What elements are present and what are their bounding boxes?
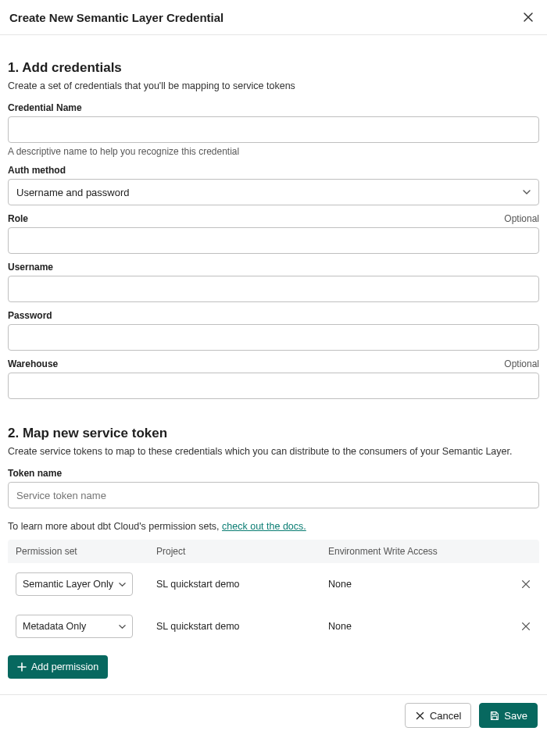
chevron-down-icon bbox=[119, 581, 126, 588]
close-icon bbox=[522, 11, 534, 23]
docs-prefix: To learn more about dbt Cloud's permissi… bbox=[8, 521, 222, 532]
auth-method-label: Auth method bbox=[8, 165, 66, 176]
dialog-title: Create New Semantic Layer Credential bbox=[9, 11, 223, 24]
permission-set-select[interactable]: Metadata Only bbox=[16, 615, 133, 638]
cancel-button[interactable]: Cancel bbox=[405, 703, 471, 728]
project-cell: SL quickstart demo bbox=[156, 621, 328, 632]
project-cell: SL quickstart demo bbox=[156, 579, 328, 590]
permission-table: Permission set Project Environment Write… bbox=[8, 540, 539, 647]
cancel-label: Cancel bbox=[430, 710, 461, 722]
close-icon bbox=[520, 621, 531, 632]
permission-table-head: Permission set Project Environment Write… bbox=[8, 540, 539, 563]
docs-link[interactable]: check out the docs. bbox=[222, 521, 306, 532]
credential-name-label: Credential Name bbox=[8, 102, 82, 113]
warehouse-label: Warehouse bbox=[8, 358, 58, 369]
auth-method-select[interactable]: Username and password bbox=[8, 179, 539, 205]
add-permission-label: Add permission bbox=[31, 662, 98, 672]
docs-line: To learn more about dbt Cloud's permissi… bbox=[8, 521, 539, 532]
permission-set-value: Semantic Layer Only bbox=[23, 579, 113, 590]
credential-name-input[interactable] bbox=[8, 116, 539, 143]
warehouse-field: Warehouse Optional bbox=[8, 358, 539, 399]
token-name-field: Token name bbox=[8, 468, 539, 508]
remove-row-button[interactable] bbox=[520, 621, 531, 632]
env-cell: None bbox=[328, 579, 500, 590]
close-button[interactable] bbox=[519, 8, 538, 27]
permission-set-value: Metadata Only bbox=[23, 621, 86, 632]
password-label: Password bbox=[8, 310, 52, 321]
password-input[interactable] bbox=[8, 324, 539, 351]
warehouse-input[interactable] bbox=[8, 373, 539, 399]
warehouse-optional: Optional bbox=[504, 358, 539, 369]
section2-title: 2. Map new service token bbox=[8, 426, 539, 441]
section1-title: 1. Add credentials bbox=[8, 60, 539, 76]
dialog-body: 1. Add credentials Create a set of crede… bbox=[0, 35, 547, 694]
token-name-input[interactable] bbox=[8, 482, 539, 508]
dialog: Create New Semantic Layer Credential 1. … bbox=[0, 0, 547, 736]
password-field: Password bbox=[8, 310, 539, 351]
save-label: Save bbox=[504, 710, 527, 722]
save-icon bbox=[489, 711, 499, 721]
role-optional: Optional bbox=[504, 213, 539, 224]
plus-icon bbox=[17, 662, 27, 672]
add-permission-button[interactable]: Add permission bbox=[8, 655, 108, 679]
table-row: Semantic Layer Only SL quickstart demo N… bbox=[8, 563, 539, 605]
env-cell: None bbox=[328, 621, 500, 632]
role-label: Role bbox=[8, 213, 28, 224]
remove-row-button[interactable] bbox=[520, 579, 531, 590]
username-field: Username bbox=[8, 262, 539, 302]
close-icon bbox=[415, 711, 425, 721]
chevron-down-icon bbox=[523, 188, 531, 196]
col-permission-set: Permission set bbox=[16, 546, 156, 557]
dialog-footer: Cancel Save bbox=[0, 694, 547, 736]
permission-set-select[interactable]: Semantic Layer Only bbox=[16, 572, 133, 596]
username-label: Username bbox=[8, 262, 53, 273]
table-row: Metadata Only SL quickstart demo None bbox=[8, 605, 539, 647]
role-input[interactable] bbox=[8, 227, 539, 254]
save-button[interactable]: Save bbox=[479, 703, 538, 728]
chevron-down-icon bbox=[119, 623, 126, 630]
auth-method-field: Auth method Username and password bbox=[8, 165, 539, 205]
token-name-label: Token name bbox=[8, 468, 62, 479]
username-input[interactable] bbox=[8, 276, 539, 302]
col-project: Project bbox=[156, 546, 328, 557]
credential-name-helper: A descriptive name to help you recognize… bbox=[8, 146, 539, 157]
close-icon bbox=[520, 579, 531, 590]
auth-method-value: Username and password bbox=[16, 187, 130, 198]
section2-desc: Create service tokens to map to these cr… bbox=[8, 446, 539, 457]
col-env-write: Environment Write Access bbox=[328, 546, 500, 557]
role-field: Role Optional bbox=[8, 213, 539, 254]
section1-desc: Create a set of credentials that you'll … bbox=[8, 80, 539, 91]
credential-name-field: Credential Name A descriptive name to he… bbox=[8, 102, 539, 157]
dialog-header: Create New Semantic Layer Credential bbox=[0, 0, 547, 35]
